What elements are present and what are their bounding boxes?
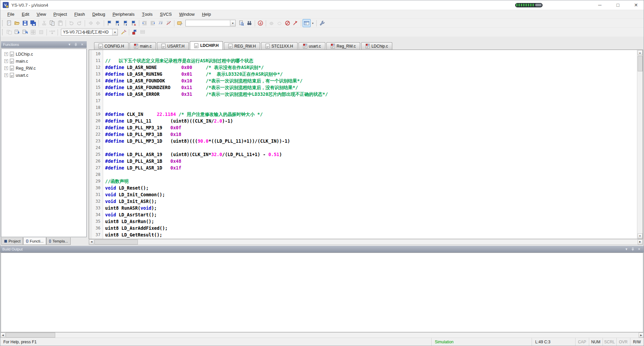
- translate-icon[interactable]: [5, 28, 13, 36]
- panel-dropdown-icon[interactable]: ▼: [624, 247, 629, 252]
- menu-tools[interactable]: Tools: [138, 10, 156, 18]
- code-editor[interactable]: 1011// 以下五个状态定义用来记录程序是在运行ASR识别过程中的哪个状态12…: [89, 50, 637, 239]
- combo-dropdown-icon[interactable]: ▼: [230, 20, 235, 26]
- scroll-left-icon[interactable]: ◀: [0, 333, 5, 338]
- scroll-right-icon[interactable]: ▶: [639, 333, 644, 338]
- workspace-tab-templa[interactable]: ()Templa...: [46, 237, 71, 245]
- scroll-up-icon[interactable]: ▲: [638, 50, 643, 55]
- tree-item-usart-c[interactable]: +usart.c: [1, 72, 86, 79]
- save-icon[interactable]: [21, 19, 29, 27]
- tree-expander-icon[interactable]: +: [4, 52, 8, 56]
- toolbar-drag-handle[interactable]: [2, 20, 4, 26]
- horizontal-scroll-thumb[interactable]: [6, 333, 55, 338]
- close-button[interactable]: ✕: [628, 0, 644, 10]
- tab-reg_rw.h[interactable]: REG_RW.H: [224, 42, 260, 50]
- minimize-button[interactable]: ─: [592, 0, 608, 10]
- redo-icon[interactable]: [75, 19, 83, 27]
- indent-right-icon[interactable]: [141, 19, 149, 27]
- menu-peripherals[interactable]: Peripherals: [109, 10, 138, 18]
- menu-view[interactable]: View: [33, 10, 50, 18]
- menu-svcs[interactable]: SVCS: [156, 10, 175, 18]
- menu-project[interactable]: Project: [50, 10, 71, 18]
- batch-build-icon[interactable]: [29, 28, 37, 36]
- insert-breakpoint-icon[interactable]: [267, 19, 275, 27]
- workspace-tab-functi[interactable]: {}Functi...: [23, 237, 46, 245]
- menu-help[interactable]: Help: [198, 10, 215, 18]
- menu-debug[interactable]: Debug: [89, 10, 109, 18]
- manage-components-icon[interactable]: [139, 28, 147, 36]
- rebuild-icon[interactable]: [21, 28, 29, 36]
- menu-file[interactable]: File: [4, 10, 18, 18]
- bookmark-clear-icon[interactable]: [130, 19, 138, 27]
- disable-breakpoint-icon[interactable]: [275, 19, 284, 27]
- new-file-icon[interactable]: [5, 19, 13, 27]
- save-all-icon[interactable]: [29, 19, 37, 27]
- horizontal-scroll-thumb[interactable]: [94, 239, 138, 245]
- tree-item-reg_rw-c[interactable]: +Reg_RW.c: [1, 65, 86, 72]
- bookmark-toggle-icon[interactable]: [105, 19, 113, 27]
- enable-breakpoints-icon[interactable]: [292, 19, 300, 27]
- undo-icon[interactable]: [67, 19, 75, 27]
- indent-left-icon[interactable]: [149, 19, 157, 27]
- tab-ldchip.h[interactable]: LDCHIP.H: [190, 41, 223, 50]
- open-file-icon[interactable]: [13, 19, 21, 27]
- kill-breakpoints-icon[interactable]: [284, 19, 292, 27]
- menu-flash[interactable]: Flash: [71, 10, 89, 18]
- scroll-down-icon[interactable]: ▼: [638, 233, 643, 238]
- comment-selection-icon[interactable]: //: [157, 19, 165, 27]
- tab-usart.c[interactable]: usart.c: [299, 42, 325, 50]
- window-layout-icon[interactable]: [303, 19, 311, 27]
- functions-tree[interactable]: +LDChip.c+main.c+Reg_RW.c+usart.c: [1, 49, 87, 237]
- dropdown-arrow-icon[interactable]: ▼: [311, 19, 315, 27]
- toolbar-drag-handle[interactable]: [2, 29, 4, 35]
- editor-vertical-scrollbar[interactable]: ▲ ▼: [637, 50, 643, 239]
- vertical-scroll-thumb[interactable]: [638, 56, 643, 71]
- search-input[interactable]: [186, 20, 230, 26]
- download-icon[interactable]: LOAD: [48, 28, 56, 36]
- scroll-right-icon[interactable]: ▶: [638, 239, 643, 245]
- tab-ldchip.c[interactable]: LDChip.c: [361, 42, 392, 50]
- configure-folder-icon[interactable]: [176, 19, 184, 27]
- maximize-button[interactable]: □: [610, 0, 626, 10]
- panel-pin-icon[interactable]: [73, 42, 78, 47]
- editor-horizontal-scrollbar[interactable]: ◀ ▶: [89, 239, 643, 245]
- tab-stc11xx.h[interactable]: STC11XX.H: [261, 42, 297, 50]
- tab-usart.h[interactable]: USART.H: [157, 42, 189, 50]
- tree-item-main-c[interactable]: +main.c: [1, 58, 86, 65]
- debug-session-icon[interactable]: d: [256, 19, 264, 27]
- menu-window[interactable]: Window: [175, 10, 198, 18]
- tree-expander-icon[interactable]: +: [4, 73, 8, 77]
- panel-dropdown-icon[interactable]: ▼: [67, 42, 72, 47]
- target-options-icon[interactable]: [119, 28, 128, 36]
- navigate-forward-icon[interactable]: [94, 19, 102, 27]
- file-extensions-icon[interactable]: [131, 28, 139, 36]
- workspace-tab-project[interactable]: ▦Project: [1, 237, 23, 245]
- menu-edit[interactable]: Edit: [18, 10, 33, 18]
- combo-dropdown-icon[interactable]: ▼: [112, 29, 117, 35]
- panel-pin-icon[interactable]: [630, 247, 635, 252]
- find-icon[interactable]: [245, 19, 253, 27]
- bookmark-prev-icon[interactable]: [113, 19, 122, 27]
- tree-expander-icon[interactable]: +: [4, 59, 8, 63]
- panel-close-icon[interactable]: ✕: [80, 42, 85, 47]
- paste-icon[interactable]: [56, 19, 64, 27]
- cut-icon[interactable]: [40, 19, 48, 27]
- build-icon[interactable]: [13, 28, 21, 36]
- tree-expander-icon[interactable]: +: [4, 66, 8, 70]
- build-output-scrollbar[interactable]: ◀ ▶: [0, 332, 644, 338]
- navigate-back-icon[interactable]: [86, 19, 94, 27]
- tab-config.h[interactable]: CONFIG.H: [94, 42, 129, 50]
- build-output-content[interactable]: [1, 253, 643, 332]
- target-combobox[interactable]: YS-V0.7口令模式工程+IO▼: [61, 29, 118, 36]
- copy-icon[interactable]: [48, 19, 56, 27]
- uncomment-selection-icon[interactable]: //: [165, 19, 173, 27]
- tab-reg_rw.c[interactable]: Reg_RW.c: [326, 42, 360, 50]
- configure-wrench-icon[interactable]: [318, 19, 326, 27]
- find-in-files-icon[interactable]: [237, 19, 245, 27]
- tab-main.c[interactable]: main.c: [130, 42, 156, 50]
- stop-build-icon[interactable]: [37, 28, 45, 36]
- scroll-left-icon[interactable]: ◀: [89, 239, 94, 245]
- panel-close-icon[interactable]: ✕: [637, 247, 642, 252]
- tree-item-ldchip-c[interactable]: +LDChip.c: [1, 51, 86, 58]
- bookmark-next-icon[interactable]: [122, 19, 130, 27]
